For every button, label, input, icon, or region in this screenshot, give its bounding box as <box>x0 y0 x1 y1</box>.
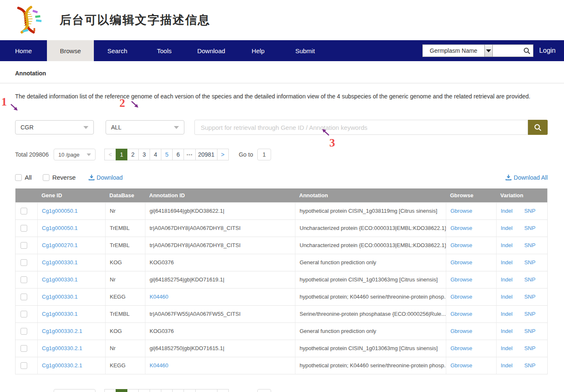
pager-page-1[interactable]: 1 <box>116 389 127 392</box>
pager-page-6[interactable]: 6 <box>172 149 184 160</box>
germplasm-select-arrow-button[interactable] <box>484 44 493 57</box>
indel-link[interactable]: Indel <box>501 306 512 322</box>
row-checkbox[interactable] <box>21 345 27 352</box>
nav-item-search[interactable]: Search <box>94 40 141 61</box>
pager-prev[interactable]: < <box>104 149 116 160</box>
gbrowse-link[interactable]: Gbrowse <box>450 345 472 351</box>
pager-page-2[interactable]: 2 <box>127 389 139 392</box>
gbrowse-link[interactable]: Gbrowse <box>450 208 472 214</box>
pager-page-5[interactable]: 5 <box>161 149 173 160</box>
snp-link[interactable]: SNP <box>524 220 536 237</box>
pager-prev[interactable]: < <box>104 389 116 392</box>
search-button[interactable] <box>528 120 548 135</box>
gbrowse-link[interactable]: Gbrowse <box>450 362 472 369</box>
database-select[interactable]: ALL <box>106 120 184 134</box>
gene-id-link[interactable]: Cg1g000330.2.1 <box>42 362 82 369</box>
gene-id-link[interactable]: Cg1g000270.1 <box>42 242 78 248</box>
annotation-id-link[interactable]: K04460 <box>145 289 295 305</box>
goto-page-input[interactable] <box>257 389 271 392</box>
gbrowse-link[interactable]: Gbrowse <box>450 311 472 317</box>
gbrowse-link[interactable]: Gbrowse <box>450 276 472 283</box>
gene-id-link[interactable]: Cg1g000330.1 <box>42 311 78 317</box>
nav-item-submit[interactable]: Submit <box>282 40 329 61</box>
pager-page-2[interactable]: 2 <box>127 149 139 160</box>
indel-link[interactable]: Indel <box>501 237 512 254</box>
gene-id-link[interactable]: Cg1g000330.2.1 <box>42 345 82 351</box>
row-checkbox[interactable] <box>21 328 27 335</box>
magnifier-icon[interactable] <box>523 47 530 54</box>
indel-link[interactable]: Indel <box>501 254 512 271</box>
goto-page-input[interactable] <box>257 149 271 160</box>
chevron-down-icon <box>83 126 88 129</box>
nav-item-download[interactable]: Download <box>188 40 235 61</box>
pager-next[interactable]: > <box>217 149 229 160</box>
pager-page-4[interactable]: 4 <box>150 389 161 392</box>
row-checkbox[interactable] <box>21 311 27 317</box>
indel-link[interactable]: Indel <box>501 340 512 357</box>
main-nav: HomeBrowseSearchToolsDownloadHelpSubmit … <box>0 40 564 61</box>
indel-link[interactable]: Indel <box>501 271 512 288</box>
snp-link[interactable]: SNP <box>524 254 536 271</box>
reverse-select-checkbox[interactable] <box>43 174 49 181</box>
snp-link[interactable]: SNP <box>524 323 536 340</box>
download-all-button[interactable]: Download All <box>505 174 548 181</box>
indel-link[interactable]: Indel <box>501 203 512 219</box>
pager: <123456•••20981> <box>105 389 229 392</box>
germplasm-select[interactable]: Germplasm Name <box>422 44 484 57</box>
indel-link[interactable]: Indel <box>501 289 512 305</box>
annotation-id-cell: tr|A0A067DHY8|A0A067DHY8_CITSI <box>145 237 295 254</box>
pager-ellipsis[interactable]: ••• <box>184 389 196 392</box>
gbrowse-link[interactable]: Gbrowse <box>450 294 472 300</box>
snp-link[interactable]: SNP <box>524 271 536 288</box>
select-all-checkbox[interactable] <box>15 174 22 181</box>
pager-page-3[interactable]: 3 <box>138 149 150 160</box>
nav-item-browse[interactable]: Browse <box>47 40 94 61</box>
gbrowse-link[interactable]: Gbrowse <box>450 225 472 231</box>
pager-page-4[interactable]: 4 <box>150 149 161 160</box>
version-select[interactable]: CGR <box>15 120 94 134</box>
nav-item-help[interactable]: Help <box>235 40 282 61</box>
indel-link[interactable]: Indel <box>501 357 512 374</box>
indel-link[interactable]: Indel <box>501 220 512 237</box>
pager-page-1[interactable]: 1 <box>116 149 127 160</box>
row-checkbox[interactable] <box>21 362 27 369</box>
pager-page-6[interactable]: 6 <box>172 389 184 392</box>
row-checkbox[interactable] <box>21 242 27 249</box>
row-checkbox[interactable] <box>21 294 27 300</box>
snp-link[interactable]: SNP <box>524 237 536 254</box>
nav-item-home[interactable]: Home <box>0 40 47 61</box>
nav-item-tools[interactable]: Tools <box>141 40 188 61</box>
nav-search-input[interactable] <box>493 44 533 57</box>
pager-page-3[interactable]: 3 <box>138 389 150 392</box>
row-checkbox[interactable] <box>21 276 27 283</box>
gbrowse-link[interactable]: Gbrowse <box>450 259 472 266</box>
snp-link[interactable]: SNP <box>524 203 536 219</box>
gene-id-link[interactable]: Cg1g000330.1 <box>42 276 78 283</box>
annotation-id-link[interactable]: K04460 <box>145 357 295 374</box>
download-button[interactable]: Download <box>88 174 123 181</box>
snp-link[interactable]: SNP <box>524 340 536 357</box>
snp-link[interactable]: SNP <box>524 289 536 305</box>
gene-id-link[interactable]: Cg1g000330.1 <box>42 294 78 300</box>
indel-link[interactable]: Indel <box>501 323 512 340</box>
pager-next[interactable]: > <box>217 389 229 392</box>
gbrowse-link[interactable]: Gbrowse <box>450 242 472 248</box>
gene-id-link[interactable]: Cg1g000330.1 <box>42 259 78 266</box>
pager-page-20981[interactable]: 20981 <box>195 149 217 160</box>
snp-link[interactable]: SNP <box>524 306 536 322</box>
gene-id-link[interactable]: Cg1g000050.1 <box>42 208 78 214</box>
per-page-select[interactable]: 10 /page <box>54 149 96 160</box>
keyword-search-input[interactable] <box>194 120 528 135</box>
gbrowse-link[interactable]: Gbrowse <box>450 328 472 334</box>
row-checkbox[interactable] <box>21 208 27 214</box>
snp-link[interactable]: SNP <box>524 357 536 374</box>
pager-page-5[interactable]: 5 <box>161 389 173 392</box>
gene-id-link[interactable]: Cg1g000330.2.1 <box>42 328 82 334</box>
per-page-select[interactable]: 10 /page <box>54 389 96 392</box>
pager-ellipsis[interactable]: ••• <box>184 149 196 160</box>
gene-id-link[interactable]: Cg1g000050.1 <box>42 225 78 231</box>
row-checkbox[interactable] <box>21 225 27 232</box>
login-button[interactable]: Login <box>539 47 556 54</box>
row-checkbox[interactable] <box>21 259 27 266</box>
pager-page-20981[interactable]: 20981 <box>195 389 217 392</box>
